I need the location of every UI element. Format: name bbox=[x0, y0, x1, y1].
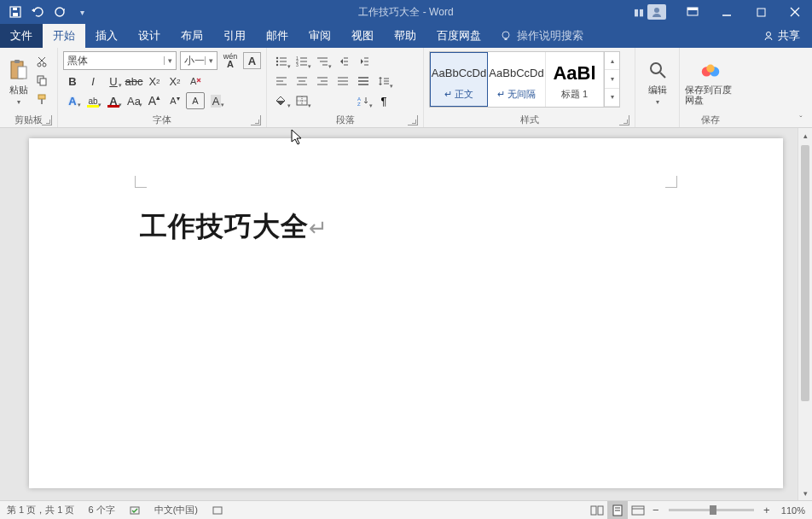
scrollbar-thumb[interactable] bbox=[801, 145, 809, 401]
maximize-icon[interactable] bbox=[744, 0, 778, 24]
document-content[interactable]: 工作技巧大全↵ bbox=[140, 208, 672, 246]
align-left-icon[interactable] bbox=[272, 73, 291, 90]
highlight-icon[interactable]: ab bbox=[84, 92, 102, 109]
paste-button[interactable]: 粘贴 ▾ bbox=[5, 51, 32, 112]
bullets-icon[interactable] bbox=[272, 53, 291, 70]
format-painter-icon[interactable] bbox=[33, 90, 50, 108]
zoom-slider[interactable] bbox=[669, 509, 754, 511]
font-size-combo[interactable]: 小一▾ bbox=[180, 51, 218, 70]
zoom-in-button[interactable]: + bbox=[759, 504, 774, 516]
tab-layout[interactable]: 布局 bbox=[171, 24, 213, 48]
text-effects-icon[interactable]: A bbox=[63, 92, 82, 109]
style-normal[interactable]: AaBbCcDd ↵ 正文 bbox=[430, 52, 488, 107]
superscript-button[interactable]: X2 bbox=[165, 73, 184, 90]
svg-rect-12 bbox=[505, 38, 508, 40]
gallery-up-icon[interactable]: ▴ bbox=[605, 52, 619, 70]
group-editing: 编辑 ▾ bbox=[635, 48, 680, 127]
account-icon[interactable]: ▮▮ bbox=[624, 0, 676, 24]
language-indicator[interactable]: 中文(中国) bbox=[148, 504, 205, 516]
svg-rect-15 bbox=[14, 60, 20, 63]
line-spacing-icon[interactable] bbox=[374, 73, 393, 90]
numbering-icon[interactable]: 123 bbox=[293, 53, 311, 70]
shading-icon[interactable] bbox=[272, 92, 291, 109]
phonetic-guide-icon[interactable]: wénA bbox=[221, 52, 239, 69]
zoom-slider-thumb[interactable] bbox=[710, 505, 716, 515]
tab-mailings[interactable]: 邮件 bbox=[256, 24, 299, 48]
sort-icon[interactable]: AZ bbox=[354, 92, 373, 109]
clipboard-label: 剪贴板 bbox=[14, 114, 43, 126]
italic-button[interactable]: I bbox=[84, 73, 102, 90]
style-nospacing[interactable]: AaBbCcDd ↵ 无间隔 bbox=[488, 52, 546, 107]
font-launcher[interactable] bbox=[251, 115, 261, 125]
decrease-indent-icon[interactable] bbox=[334, 53, 352, 70]
char-shading-icon[interactable]: Aa bbox=[125, 92, 143, 109]
clipboard-launcher[interactable] bbox=[42, 115, 52, 125]
enclose-char-icon[interactable]: A bbox=[186, 92, 205, 109]
page[interactable]: 工作技巧大全↵ bbox=[29, 138, 783, 488]
borders-icon[interactable] bbox=[293, 92, 311, 109]
tab-view[interactable]: 视图 bbox=[341, 24, 384, 48]
collapse-ribbon-icon[interactable]: ˇ bbox=[793, 114, 809, 125]
tab-review[interactable]: 审阅 bbox=[299, 24, 341, 48]
align-right-icon[interactable] bbox=[313, 73, 332, 90]
save-to-baidu-button[interactable]: 保存到百度网盘 bbox=[685, 51, 736, 112]
subscript-button[interactable]: X2 bbox=[145, 73, 164, 90]
font-name-combo[interactable]: 黑体▾ bbox=[63, 51, 177, 70]
cut-icon[interactable] bbox=[33, 53, 50, 70]
svg-rect-8 bbox=[757, 9, 765, 16]
scroll-down-icon[interactable]: ▾ bbox=[798, 486, 812, 500]
page-indicator[interactable]: 第 1 页，共 1 页 bbox=[0, 504, 81, 516]
tab-home[interactable]: 开始 bbox=[43, 24, 85, 48]
undo-icon[interactable] bbox=[27, 2, 48, 22]
tab-help[interactable]: 帮助 bbox=[384, 24, 426, 48]
increase-indent-icon[interactable] bbox=[354, 53, 373, 70]
shrink-font-icon[interactable]: A▾ bbox=[165, 92, 184, 109]
bold-button[interactable]: B bbox=[63, 73, 82, 90]
accessibility-icon[interactable] bbox=[205, 504, 230, 516]
clear-format-icon[interactable]: A bbox=[186, 73, 205, 90]
ribbon-options-icon[interactable] bbox=[676, 0, 710, 24]
tab-baidu[interactable]: 百度网盘 bbox=[426, 24, 491, 48]
underline-button[interactable]: U bbox=[104, 73, 123, 90]
show-marks-icon[interactable]: ¶ bbox=[374, 92, 393, 109]
scroll-up-icon[interactable]: ▴ bbox=[798, 128, 812, 143]
align-justify-icon[interactable] bbox=[334, 73, 352, 90]
copy-icon[interactable] bbox=[33, 72, 50, 89]
print-layout-icon[interactable] bbox=[607, 501, 628, 520]
char-border-icon[interactable]: A bbox=[243, 52, 261, 69]
strikethrough-button[interactable]: abc bbox=[125, 73, 143, 90]
web-layout-icon[interactable] bbox=[628, 501, 648, 520]
zoom-value[interactable]: 110% bbox=[774, 505, 812, 516]
gallery-more-icon[interactable]: ▾ bbox=[605, 89, 619, 107]
tab-insert[interactable]: 插入 bbox=[85, 24, 128, 48]
multilevel-icon[interactable] bbox=[313, 53, 332, 70]
align-distribute-icon[interactable] bbox=[354, 73, 373, 90]
zoom-out-button[interactable]: − bbox=[648, 504, 664, 516]
sort-icon-small[interactable] bbox=[395, 73, 409, 90]
styles-launcher[interactable] bbox=[619, 115, 629, 125]
tab-design[interactable]: 设计 bbox=[128, 24, 171, 48]
tell-me[interactable]: 操作说明搜索 bbox=[491, 24, 592, 48]
style-heading1[interactable]: AaBl 标题 1 bbox=[546, 52, 604, 107]
minimize-icon[interactable] bbox=[710, 0, 744, 24]
qat-customize-icon[interactable]: ▾ bbox=[72, 2, 92, 22]
close-icon[interactable] bbox=[778, 0, 812, 24]
font-color-icon[interactable]: A bbox=[104, 92, 123, 109]
chevron-down-icon[interactable]: ▾ bbox=[164, 56, 176, 65]
grow-font-icon[interactable]: A▴ bbox=[145, 92, 164, 109]
gallery-down-icon[interactable]: ▾ bbox=[605, 70, 619, 88]
align-center-icon[interactable] bbox=[293, 73, 311, 90]
editing-button[interactable]: 编辑 ▾ bbox=[641, 51, 674, 112]
vertical-scrollbar[interactable]: ▴ ▾ bbox=[798, 128, 812, 500]
proofing-icon[interactable] bbox=[122, 504, 148, 516]
tab-file[interactable]: 文件 bbox=[0, 24, 43, 48]
word-count[interactable]: 6 个字 bbox=[81, 504, 121, 516]
save-icon[interactable] bbox=[5, 2, 26, 22]
paragraph-launcher[interactable] bbox=[408, 115, 418, 125]
redo-icon[interactable] bbox=[49, 2, 70, 22]
read-mode-icon[interactable] bbox=[587, 501, 607, 520]
chevron-down-icon[interactable]: ▾ bbox=[205, 56, 217, 65]
share-button[interactable]: 共享 bbox=[751, 24, 812, 48]
char-case-icon[interactable]: A bbox=[206, 92, 225, 109]
tab-references[interactable]: 引用 bbox=[213, 24, 256, 48]
